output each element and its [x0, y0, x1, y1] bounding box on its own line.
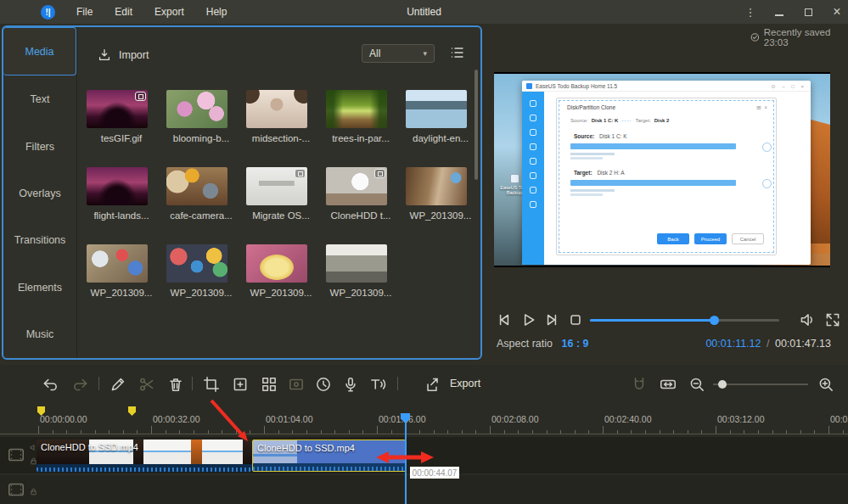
target-label: Target:	[574, 170, 592, 176]
list-view-button[interactable]	[448, 44, 465, 61]
split-button[interactable]	[138, 375, 156, 394]
magnet-icon	[630, 375, 649, 394]
summary-target-label: Target:	[635, 118, 650, 123]
clip-waveform	[253, 463, 405, 471]
backup-app-title: EaseUS Todo Backup Home 11.5	[536, 83, 617, 89]
media-item[interactable]: trees-in-par...	[324, 90, 397, 167]
summary-source-label: Source:	[570, 118, 588, 123]
crop-icon	[202, 375, 221, 394]
play-icon	[519, 311, 537, 329]
freeze-frame-button[interactable]	[287, 375, 306, 394]
voiceover-button[interactable]	[341, 375, 360, 394]
video-badge-icon	[135, 92, 146, 101]
zoom-frame-button[interactable]	[231, 375, 250, 394]
media-scrollbar[interactable]	[475, 70, 478, 180]
media-item[interactable]: flight-lands...	[85, 167, 158, 244]
export-icon	[423, 375, 441, 394]
timeline-marker[interactable]	[128, 406, 136, 416]
stop-button[interactable]	[566, 311, 585, 329]
duration-button[interactable]	[314, 375, 333, 394]
minimize-button[interactable]	[772, 6, 787, 19]
track-lock-icon[interactable]	[29, 487, 38, 496]
tab-elements[interactable]: Elements	[3, 264, 76, 311]
timeline-clip[interactable]: CloneHDD to SSD.mp4	[37, 440, 252, 472]
fullscreen-button[interactable]	[823, 311, 842, 329]
import-button[interactable]: Import	[97, 48, 149, 63]
media-thumbnail	[166, 244, 227, 283]
timeline-zoom-handle[interactable]	[718, 380, 727, 389]
close-button[interactable]: ×	[829, 4, 845, 20]
media-item[interactable]: Migrate OS...	[244, 167, 317, 244]
play-button[interactable]	[519, 311, 537, 329]
timecode: 00:01:11.12 / 00:01:47.13	[705, 338, 831, 350]
export-label[interactable]: Export	[450, 378, 480, 389]
edit-button[interactable]	[109, 375, 127, 394]
media-filter-select[interactable]: All ▾	[362, 44, 435, 63]
fit-timeline-button[interactable]	[659, 375, 677, 394]
ruler-label: 00:03:12.00	[717, 414, 764, 424]
seek-handle[interactable]	[710, 316, 719, 325]
media-item[interactable]: daylight-en...	[404, 90, 477, 167]
tab-filters[interactable]: Filters	[3, 123, 76, 170]
stop-icon	[566, 311, 585, 329]
timeline-clip-selected[interactable]: CloneHDD to SSD.mp4	[252, 440, 406, 472]
magnet-button[interactable]	[630, 375, 649, 394]
overlay-track-icon	[7, 480, 25, 499]
previous-frame-button[interactable]	[495, 311, 514, 329]
redo-icon	[71, 375, 90, 394]
tab-text[interactable]: Text	[3, 76, 76, 122]
delete-button[interactable]	[166, 375, 185, 394]
media-item[interactable]: WP_201309...	[404, 167, 477, 244]
clone-dialog: Disk/Partition Clone ⊞ × Source: Disk 1 …	[556, 98, 777, 255]
more-options-icon[interactable]: ⋮	[743, 6, 758, 19]
fullscreen-icon	[823, 311, 842, 329]
media-item[interactable]: CloneHDD t...	[324, 167, 397, 244]
media-item[interactable]: WP_201309...	[85, 244, 158, 322]
titlebar: !| File Edit Export Help Untitled ⋮ ×	[0, 0, 848, 24]
media-item-name: CloneHDD t...	[324, 210, 397, 221]
undo-button[interactable]	[41, 375, 59, 394]
zoom-out-icon	[688, 375, 706, 394]
export-timeline-button[interactable]	[423, 375, 441, 394]
clip-name: CloneHDD to SSD.mp4	[257, 443, 355, 453]
aspect-ratio-value[interactable]: 16 : 9	[562, 338, 589, 350]
seek-bar-fill	[590, 319, 715, 322]
seek-bar[interactable]	[590, 319, 779, 322]
zoom-in-button[interactable]	[817, 375, 835, 394]
media-thumbnail	[166, 90, 227, 128]
media-item-name: WP_201309...	[404, 210, 477, 221]
total-time: 00:01:47.13	[775, 338, 831, 350]
clip-waveform	[37, 464, 252, 472]
secondary-track	[0, 475, 848, 504]
zoom-out-button[interactable]	[688, 375, 706, 394]
check-circle-icon	[750, 32, 760, 42]
media-item[interactable]: WP_201309...	[165, 244, 238, 322]
tab-transitions[interactable]: Transitions	[3, 217, 76, 264]
media-item[interactable]: midsection-...	[244, 90, 317, 167]
media-item[interactable]: tesGIF.gif	[85, 90, 158, 167]
tab-media[interactable]: Media	[3, 27, 76, 76]
media-item[interactable]: blooming-b...	[165, 90, 238, 167]
media-thumbnail	[166, 167, 227, 205]
media-item[interactable]: WP_201309...	[244, 244, 317, 322]
next-frame-icon	[542, 311, 561, 329]
crop-button[interactable]	[202, 375, 221, 394]
frame-plus-icon	[231, 375, 250, 394]
volume-button[interactable]	[798, 311, 817, 329]
tab-overlays[interactable]: Overlays	[3, 170, 76, 216]
media-item-name: blooming-b...	[165, 133, 238, 143]
media-item-name: midsection-...	[244, 133, 317, 143]
mosaic-button[interactable]	[260, 375, 278, 394]
maximize-button[interactable]	[800, 6, 816, 19]
next-frame-button[interactable]	[542, 311, 561, 329]
backup-window-controls: ⊙ – □ ×	[772, 83, 807, 89]
import-label: Import	[119, 49, 149, 61]
timeline-zoom-slider[interactable]	[713, 384, 808, 385]
tab-music[interactable]: Music	[3, 311, 76, 358]
playhead-line	[405, 423, 407, 504]
redo-button[interactable]	[71, 375, 90, 394]
text-to-speech-button[interactable]	[368, 375, 387, 394]
media-item[interactable]: cafe-camera...	[165, 167, 238, 244]
library-tabs: Media Text Filters Overlays Transitions …	[3, 27, 77, 358]
media-item[interactable]: WP_201309...	[324, 244, 397, 322]
